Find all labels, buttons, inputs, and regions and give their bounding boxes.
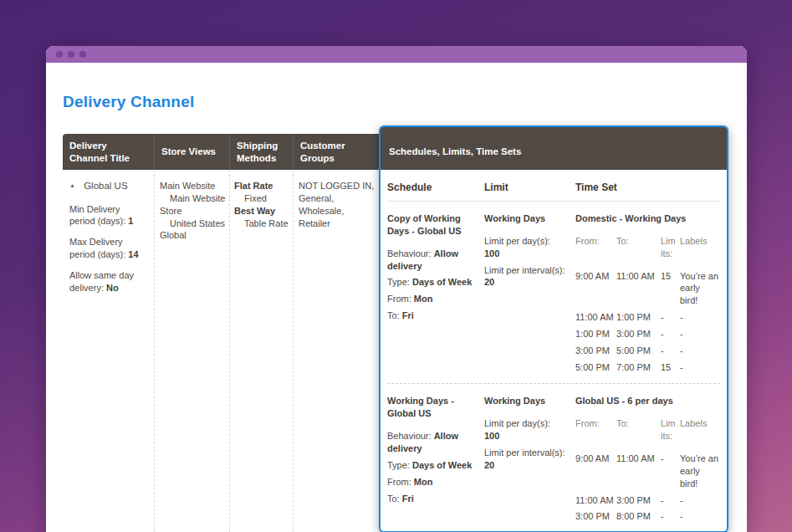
slot-from: 3:00 PM (575, 345, 614, 357)
panel-body: Schedule Limit Time Set Copy of Working … (381, 170, 727, 531)
desktop-background: Delivery Channel Delivery Channel Title … (0, 0, 792, 532)
slot-limit: - (661, 453, 677, 490)
schedule-cell: Copy of Working Days - Global US Behavio… (387, 212, 484, 373)
min-delivery-period: Min Delivery period (days): 1 (69, 203, 147, 228)
slot-limit: 15 (661, 361, 677, 374)
slot-limit: - (661, 311, 677, 324)
slot-to: 1:00 PM (616, 311, 658, 324)
limit-name: Working Days (484, 395, 559, 407)
customer-group-item: NOT LOGGED IN, (299, 180, 376, 192)
column-header-store-views[interactable]: Store Views (155, 134, 230, 170)
slot-from: 5:00 PM (575, 361, 614, 374)
schedule-from: From: Mon (387, 293, 478, 305)
page-title: Delivery Channel (63, 93, 747, 111)
schedule-to: To: Fri (387, 309, 478, 322)
store-view-item: United States (160, 217, 226, 230)
cell-customer-groups: NOT LOGGED IN, General, Wholesale, Retai… (294, 170, 379, 532)
channel-title: ▲ Global US (69, 180, 147, 193)
slot-limit: - (661, 494, 677, 507)
slot-to: 8:00 PM (616, 510, 658, 523)
cell-store-views: Main Website Main Website Store United S… (155, 170, 230, 532)
table-row: ▲ Global US Min Delivery period (days): … (63, 170, 379, 532)
main-table-header: Delivery Channel Title Store Views Shipp… (63, 134, 379, 170)
slot-to: 11:00 AM (616, 453, 658, 490)
schedule-type: Type: Days of Week (387, 459, 478, 472)
main-table: Delivery Channel Title Store Views Shipp… (63, 134, 379, 532)
store-view-item: Main Website Store (160, 192, 226, 217)
slot-header-labels: Labels (680, 417, 720, 442)
schedule-cell: Working Days - Global US Behaviour: Allo… (387, 395, 484, 523)
slot-label: - (680, 311, 720, 324)
window-titlebar (46, 46, 747, 63)
window-control-dot[interactable] (68, 51, 74, 58)
channel-name: Global US (84, 181, 127, 191)
slot-label: - (680, 345, 720, 357)
same-day-delivery: Allow same day delivery: No (69, 269, 147, 294)
row-divider (387, 383, 720, 384)
store-view-item: Main Website (160, 180, 226, 192)
subcolumn-header-time-set: Time Set (565, 182, 720, 193)
schedule-row: Working Days - Global US Behaviour: Allo… (387, 395, 720, 523)
customer-group-item: Retailer (299, 217, 376, 230)
shipping-method-item: Best Way (234, 205, 289, 217)
slot-header-limits: Limits: (661, 235, 677, 260)
slot-header-from: From: (575, 417, 614, 442)
subcolumn-header-limit: Limit (484, 182, 565, 193)
slot-to: 11:00 AM (616, 270, 658, 308)
schedule-behaviour: Behaviour: Allow delivery (387, 430, 478, 455)
slot-from: 3:00 PM (575, 510, 614, 523)
limit-per-day: Limit per day(s):100 (484, 235, 559, 260)
caret-up-icon[interactable]: ▲ (69, 182, 75, 188)
time-set-name: Domestic - Working Days (575, 212, 720, 225)
column-header-customer-groups[interactable]: Customer Groups (294, 134, 379, 170)
time-set-cell: Global US - 6 per days From: To: Limits:… (565, 395, 720, 523)
time-slot-table: From: To: Limits: Labels 9:00 AM 11:00 A… (575, 235, 720, 374)
limit-per-interval: Limit per interval(s):20 (484, 264, 559, 289)
window-control-dot[interactable] (79, 51, 86, 58)
slot-from: 9:00 AM (575, 270, 614, 308)
schedule-name: Working Days - Global US (387, 395, 478, 420)
column-header-delivery-channel-title[interactable]: Delivery Channel Title (63, 134, 155, 170)
schedule-name: Copy of Working Days - Global US (387, 212, 478, 238)
max-delivery-period: Max Delivery period (days): 14 (69, 236, 147, 261)
store-view-item: Global (160, 229, 226, 242)
slot-header-to: To: (616, 417, 658, 442)
slot-label: - (680, 328, 720, 340)
slot-header-labels: Labels (680, 235, 720, 260)
subcolumn-header-schedule: Schedule (387, 182, 484, 193)
slot-label: You’re an early bird! (680, 270, 720, 308)
slot-label: - (680, 510, 720, 523)
limit-cell: Working Days Limit per day(s):100 Limit … (484, 395, 565, 523)
slot-from: 11:00 AM (575, 494, 614, 507)
slot-limit: 15 (661, 270, 677, 308)
shipping-method-item: Fixed (234, 192, 289, 205)
limit-cell: Working Days Limit per day(s):100 Limit … (484, 212, 565, 373)
delivery-channel-grid: Delivery Channel Title Store Views Shipp… (63, 125, 747, 532)
slot-label: You’re an early bird! (680, 453, 720, 490)
slot-header-from: From: (575, 235, 614, 260)
slot-to: 7:00 PM (616, 361, 658, 374)
schedule-to: To: Fri (387, 493, 478, 505)
slot-limit: - (661, 510, 677, 523)
column-header-shipping-methods[interactable]: Shipping Methods (230, 134, 294, 170)
customer-group-item: Wholesale, (299, 205, 376, 217)
slot-header-to: To: (616, 235, 658, 260)
schedules-limits-timesets-panel: Schedules, Limits, Time Sets Schedule Li… (379, 125, 728, 532)
slot-header-limits: Limits: (661, 417, 677, 442)
limit-per-day: Limit per day(s):100 (484, 417, 559, 442)
customer-group-item: General, (299, 192, 376, 205)
schedule-behaviour: Behaviour: Allow delivery (387, 248, 478, 273)
time-slot-table: From: To: Limits: Labels 9:00 AM 11:00 A… (575, 417, 720, 523)
window-control-dot[interactable] (56, 51, 63, 58)
limit-name: Working Days (484, 212, 559, 225)
cell-shipping-methods: Flat Rate Fixed Best Way Table Rate (230, 170, 294, 532)
slot-from: 11:00 AM (575, 311, 614, 324)
slot-label: - (680, 494, 720, 507)
slot-to: 5:00 PM (616, 345, 658, 357)
shipping-method-item: Table Rate (234, 217, 289, 230)
shipping-method-item: Flat Rate (234, 180, 289, 192)
schedule-from: From: Mon (387, 476, 478, 489)
panel-header: Schedules, Limits, Time Sets (381, 127, 727, 170)
slot-from: 9:00 AM (575, 453, 614, 490)
slot-label: - (680, 361, 720, 374)
